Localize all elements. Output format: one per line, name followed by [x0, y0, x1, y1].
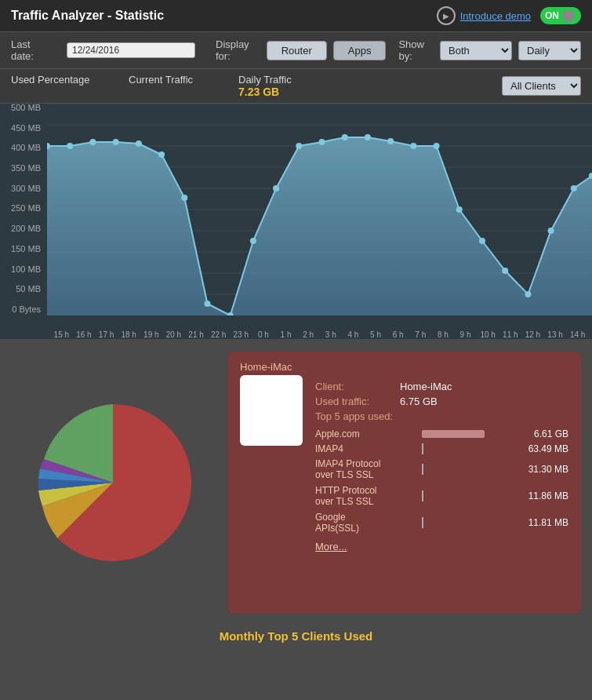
x-axis: 15 h 16 h 17 h 18 h 19 h 20 h 21 h 22 h … [47, 317, 592, 339]
x-label-6h: 6 h [387, 330, 409, 339]
x-label-15h: 15 h [50, 330, 73, 339]
x-label-20h: 20 h [162, 330, 185, 339]
app-name-imap4: IMAP4 [315, 443, 417, 454]
app-header: Traffic Analyzer - Statistic ▶ Introduce… [0, 0, 592, 32]
pie-chart-container [11, 352, 215, 614]
pie-chart-svg [27, 396, 199, 569]
tooltip-content: Client: Home-iMac Used traffic: 6.75 GB … [315, 381, 568, 552]
app-name-apple: Apple.com [315, 428, 417, 439]
y-label-300: 300 MB [0, 184, 45, 193]
y-label-400: 400 MB [0, 144, 45, 152]
app-value-google: 11.81 MB [528, 517, 568, 528]
y-label-100: 100 MB [0, 265, 45, 274]
daily-traffic-section: Daily Traffic 7.23 GB [238, 74, 292, 98]
show-by-section: Show by: Both Upload Download Daily Week… [398, 38, 581, 62]
x-label-8h: 8 h [432, 330, 455, 339]
svg-marker-11 [47, 137, 592, 315]
client-label: Client: [315, 381, 394, 392]
y-label-250: 250 MB [0, 204, 45, 213]
x-label-22h: 22 h [207, 330, 230, 339]
x-label-5h: 5 h [365, 330, 387, 339]
svg-point-29 [434, 143, 440, 149]
svg-point-30 [456, 206, 463, 213]
client-select-wrap: All Clients Home-iMac MacBook [502, 76, 581, 96]
svg-point-28 [410, 143, 416, 149]
client-select[interactable]: All Clients Home-iMac MacBook [502, 76, 581, 96]
app-row-google: GoogleAPIs(SSL) 11.81 MB [315, 512, 568, 534]
svg-point-27 [387, 138, 394, 144]
app-divider-google [422, 517, 423, 528]
client-value: Home-iMac [400, 381, 452, 392]
svg-point-33 [525, 291, 531, 297]
x-label-9h: 9 h [454, 330, 477, 339]
svg-point-34 [548, 228, 554, 234]
chart-labels: Used Percentage Current Traffic Daily Tr… [11, 74, 292, 98]
last-date-input[interactable] [67, 42, 195, 58]
app-value-httptls: 11.86 MB [528, 490, 568, 501]
svg-point-35 [571, 185, 577, 191]
top5-apps-label: Top 5 apps used: [315, 410, 568, 422]
daily-traffic-label: Daily Traffic [238, 74, 292, 86]
svg-point-22 [273, 185, 279, 191]
y-label-350: 350 MB [0, 164, 45, 173]
chart-header: Used Percentage Current Traffic Daily Tr… [0, 69, 592, 104]
x-label-2h: 2 h [297, 330, 320, 339]
app-row-imap4tls: IMAP4 Protocolover TLS SSL 31.30 MB [315, 458, 568, 481]
monthly-label: Monthly Top 5 Clients Used [0, 622, 592, 649]
toggle-label: ON [545, 10, 559, 21]
apps-tab-button[interactable]: Apps [333, 41, 387, 60]
svg-point-17 [158, 151, 165, 158]
svg-point-13 [67, 143, 73, 149]
chart-area: 500 MB 450 MB 400 MB 350 MB 300 MB 250 M… [0, 104, 592, 339]
svg-point-24 [318, 139, 325, 145]
toggle-on-button[interactable]: ON [540, 7, 581, 24]
app-divider-httptls [422, 490, 423, 501]
app-row-apple: Apple.com 6.61 GB [315, 428, 568, 439]
app-row-imap4: IMAP4 63.49 MB [315, 443, 568, 454]
svg-point-23 [296, 143, 302, 149]
used-percentage-label: Used Percentage [11, 74, 129, 98]
introduce-demo-link[interactable]: Introduce demo [460, 10, 531, 22]
svg-point-15 [113, 139, 119, 145]
y-label-0: 0 Bytes [0, 305, 45, 314]
more-link[interactable]: More... [315, 541, 347, 552]
x-label-12h: 12 h [521, 330, 544, 339]
x-label-19h: 19 h [140, 330, 163, 339]
y-label-50: 50 MB [0, 285, 45, 293]
y-label-150: 150 MB [0, 245, 45, 253]
used-traffic-row: Used traffic: 6.75 GB [315, 396, 568, 407]
app-value-imap4: 63.49 MB [528, 443, 568, 454]
x-label-18h: 18 h [118, 330, 140, 339]
app-value-imap4tls: 31.30 MB [528, 464, 568, 475]
tooltip-title: Home-iMac [240, 361, 568, 373]
show-by-select[interactable]: Both Upload Download [440, 41, 512, 60]
svg-point-18 [181, 195, 187, 201]
x-label-13h: 13 h [544, 330, 567, 339]
svg-point-14 [89, 139, 96, 145]
x-label-17h: 17 h [95, 330, 118, 339]
used-traffic-value: 6.75 GB [400, 396, 438, 407]
current-traffic-label: Current Traffic [129, 74, 238, 98]
x-label-14h: 14 h [566, 330, 589, 339]
show-by-label: Show by: [398, 38, 434, 62]
app-divider-imap4tls [422, 464, 423, 475]
x-label-16h: 16 h [73, 330, 96, 339]
y-label-450: 450 MB [0, 124, 45, 133]
x-label-23h: 23 h [230, 330, 252, 339]
header-controls: ▶ Introduce demo ON [437, 6, 581, 25]
app-name-httptls: HTTP Protocolover TLS SSL [315, 485, 417, 508]
x-label-7h: 7 h [409, 330, 432, 339]
router-tab-button[interactable]: Router [267, 41, 327, 60]
x-label-10h: 10 h [477, 330, 499, 339]
period-select[interactable]: Daily Weekly Monthly [518, 41, 581, 60]
play-icon[interactable]: ▶ [437, 6, 456, 25]
x-label-11h: 11 h [499, 330, 522, 339]
svg-point-16 [136, 140, 142, 147]
svg-point-21 [250, 238, 256, 244]
last-date-label: Last date: [11, 38, 54, 62]
toggle-circle [562, 9, 575, 22]
daily-traffic-value: 7.23 GB [238, 86, 292, 98]
svg-point-31 [479, 238, 485, 244]
chart-svg [47, 104, 592, 315]
app-bar-apple [422, 430, 485, 438]
